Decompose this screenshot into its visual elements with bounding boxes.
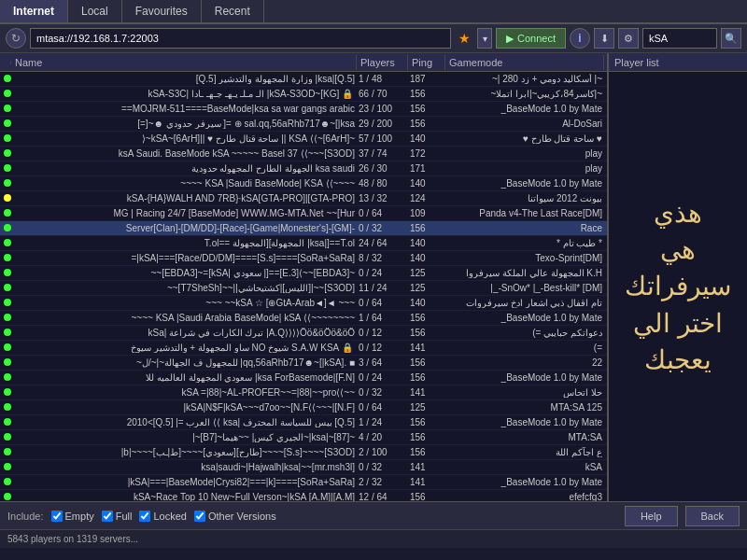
server-name-cell: [S3OD]~~~⟩⟩ ksA Saudi. BaseMode kSA ~~~~… [11,148,357,159]
table-row[interactable]: ~~⟩⟩kSA =|88|~AL-PROFER~~=|88|~~pro 0 / … [0,385,607,400]
ping-dot [4,224,11,231]
table-row[interactable]: ■ .qq,56aRhb717☻~[|kSA]| للمجهول ف الجها… [0,356,607,371]
table-row[interactable]: ~[87]~|ksa|~الجيري كيس| ~~هيما~[B7]~| 4 … [0,430,607,445]
gamemode-cell: MTA:SA 125 [445,402,604,413]
server-name-cell: 🔒 [KG]~kSA-S3OD| الـ مـلـ يـهـ جـهـ ـادا… [11,89,357,99]
filter-other-versions-checkbox[interactable] [194,511,205,522]
refresh-button[interactable]: ↻ [6,28,26,49]
table-row[interactable]: [N.F]|~~~⟩⟩kSA|N$F|kSA~~~d7oo~~[N.F| 0 /… [0,400,607,415]
table-row[interactable]: [SoRa+SaRa]====[S.s]====[Race/DD/DM]===|… [0,251,607,266]
ping-cell: 156 [408,372,445,383]
server-name-cell: ~[EBDA3]~~⟩[E.3]==[| سعودي |kSA]=~[EBDA3… [11,268,357,278]
server-name: [A.M]|kSA~Race Top 10 New~Full Verson~|k… [134,492,355,501]
gamemode-cell: efefcfg3 [445,492,604,501]
info-button[interactable]: i [570,28,590,49]
table-row[interactable]: ~~~ ◄kSA ☆ [⊕GtA-Arab◄]~~ ~~~ 0 / 64 140… [0,296,607,311]
server-name-cell: [S3OD]~~|[الليس]|كشتيحاشي||~~[T7SheSh]~~ [11,283,357,293]
server-name: ~[6ArH]~⟩⟩ KSA || ساحة قتال طارح ♥ ||kSA… [142,133,355,144]
favourite-button[interactable]: ★ [455,28,473,49]
table-row[interactable]: -[GM]-[Game|Monester's]-[Race]-[DM/DD]-[… [0,221,607,236]
table-row[interactable]: A.Q⟩⟩⟩⟩Öö&öÖö&öÖ| تبرك الكارات في شراعة … [0,326,607,341]
tab-local[interactable]: Local [68,0,122,22]
table-row[interactable]: MG | Racing 24/7 [BaseMode] WWW.MG-MTA.N… [0,206,607,221]
table-row[interactable]: [S3OD]~~|[الليس]|كشتيحاشي||~~[T7SheSh]~~… [0,281,607,296]
ping-dot-cell [0,268,11,278]
filter-full-checkbox[interactable] [102,511,113,522]
filter-other-versions[interactable]: Other Versions [194,511,276,522]
table-row[interactable]: [S3OD]~~~~[S.s]~~~~[طارح][سعودي]~~~~[ط|ـ… [0,445,607,460]
col-header-name: Name [11,55,357,70]
filter-locked[interactable]: Locked [139,511,186,522]
server-name: ksa saudi الجهولة الطارح المجهوله حدودية [191,163,355,174]
search-input[interactable] [642,28,717,49]
table-row[interactable]: ksa saudi الجهولة الطارح المجهوله حدودية… [0,161,607,176]
ping-dot-cell [0,238,11,248]
players-cell: 0 / 64 [357,208,408,218]
gamemode-cell: [DM]Texo-Sprint [445,253,604,263]
players-cell: 1 / 48 [357,74,408,84]
players-cell: 48 / 80 [357,178,408,189]
gamemode-cell: =) [445,343,604,353]
tab-favourites[interactable]: Favourites [122,0,202,22]
table-row[interactable]: ~~~~~~~~⟩⟩ KSA |Saudi Arabia BaseMode| k… [0,311,607,326]
ping-cell: 140 [408,253,445,263]
table-row[interactable]: [Q.5] بيس للسياسة المحترف |ksa ⟩⟩ العرب … [0,415,607,430]
gamemode-cell: play [445,163,604,174]
server-name: sal.qq,56aRhb717☻~[|ksa ⊕ =[ سيرفر حدودي… [137,119,355,129]
ping-dot-cell [0,328,11,338]
filter-locked-checkbox[interactable] [139,511,150,522]
server-list[interactable]: [Q.5]|ksa| وزارة المجهولة والتدشير [Q.5]… [0,72,607,501]
table-row[interactable]: MOJRM-511====BaseMode|ksa sa war gangs a… [0,102,607,117]
ping-dot [4,90,11,97]
ping-cell: 172 [408,148,445,159]
ping-dot [4,105,11,112]
table-row[interactable]: [F.N]|ksa ForBasemode| سعودي المجهولة ال… [0,371,607,385]
server-name: [SoRa+SaRa]====[S.s]====[Race/DD/DM]===|… [131,253,355,263]
table-row[interactable]: 🔒 S.A.W KSA شيوخ NO ساو المجهولة + والتد… [0,341,607,356]
settings-button[interactable]: ⚙ [618,28,639,49]
back-button[interactable]: Back [685,506,740,526]
tab-recent[interactable]: Recent [202,0,264,22]
table-row[interactable]: [Q.5]|ksa| وزارة المجهولة والتدشير [Q.5]… [0,72,607,87]
players-cell: 0 / 12 [357,343,408,353]
tab-bar: Internet Local Favourites Recent [0,0,747,24]
ping-cell: 141 [408,462,445,472]
table-row[interactable]: ~[6ArH]~⟩⟩ KSA || ساحة قتال طارح ♥ ||kSA… [0,132,607,147]
search-button[interactable]: 🔍 [721,28,741,49]
filter-empty-checkbox[interactable] [51,511,63,522]
address-input[interactable] [30,28,451,49]
download-button[interactable]: ⬇ [594,28,614,49]
table-row[interactable]: [SoRa+SaRa]====[kSA|===|BaseMode|Crysi82… [0,475,607,490]
connect-button[interactable]: ▶ Connect [496,28,566,49]
ping-cell: 109 [408,208,445,218]
tab-internet[interactable]: Internet [0,0,68,22]
ping-dot [4,179,11,187]
filter-empty[interactable]: Empty [51,511,94,522]
server-name-cell: T.ol==[|ksa| المجهولة][المجهولة ==T.ol [11,238,357,248]
ping-dot-cell [0,74,11,84]
ping-dot-cell [0,133,11,144]
server-name: [KG]~kSA-S3OD| الـ مـلـ يـهـ جـهـ ـادا |… [148,89,339,99]
table-row[interactable]: T.ol==[|ksa| المجهولة][المجهولة ==T.ol 2… [0,236,607,251]
server-name: MOJRM-511====BaseMode|ksa sa war gangs a… [121,104,355,114]
table-row[interactable]: ~~~~⟩⟩ KSA |Saudi BaseMode| KSA ~~~~ 48 … [0,176,607,191]
server-name-cell: ksa saudi الجهولة الطارح المجهوله حدودية [11,163,357,174]
filter-empty-label: Empty [65,511,94,522]
address-dropdown-button[interactable]: ▾ [477,28,492,49]
table-row[interactable]: ~[EBDA3]~~⟩[E.3]==[| سعودي |kSA]=~[EBDA3… [0,266,607,281]
filter-full[interactable]: Full [102,511,133,522]
table-row[interactable]: [A.M]|kSA~Race Top 10 New~Full Verson~|k… [0,490,607,501]
server-name: [N.F]|~~~⟩⟩kSA|N$F|kSA~~~d7oo~~[N.F| [183,402,355,413]
help-button[interactable]: Help [625,506,678,526]
table-row[interactable]: [S3OD]~~~⟩⟩ ksA Saudi. BaseMode kSA ~~~~… [0,147,607,161]
table-row[interactable]: 🔒 [KG]~kSA-S3OD| الـ مـلـ يـهـ جـهـ ـادا… [0,87,607,102]
ping-dot-cell [0,387,11,398]
server-name-cell: [Q.5] بيس للسياسة المحترف |ksa ⟩⟩ العرب … [11,417,357,427]
ping-cell: 140 [408,298,445,308]
table-row[interactable]: [GTA-PRO]|kSA-{HA}WALH AND 7RB}·kSA[GTA-… [0,191,607,206]
table-row[interactable]: sal.qq,56aRhb717☻~[|ksa ⊕ =[ سيرفر حدودي… [0,117,607,132]
server-name-cell: ~[6ArH]~⟩⟩ KSA || ساحة قتال طارح ♥ ||kSA… [11,133,357,144]
ping-dot [4,254,11,261]
ping-dot [4,149,11,157]
table-row[interactable]: [mr.msh3l]~~|ksa|saudi~|Hajwalh|ksa 0 / … [0,460,607,475]
